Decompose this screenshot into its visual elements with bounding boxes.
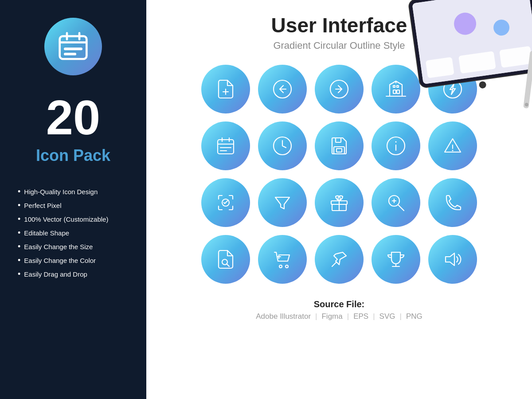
file-search-icon [214,248,237,271]
icon-pack-label: Icon Pack [36,146,110,165]
source-item-illustrator: Adobe Illustrator [256,312,311,321]
separator-2: | [347,312,349,321]
separator-1: | [315,312,317,321]
separator-4: | [399,312,401,321]
feature-item: High-Quality Icon Design [18,187,133,196]
svg-rect-36 [334,147,344,154]
separator-3: | [373,312,375,321]
pin-icon-circle [315,235,364,284]
feature-item: Perfect Pixel [18,201,133,210]
svg-point-55 [279,265,282,268]
main-content: User Interface Gradient Circular Outline… [146,0,532,399]
source-item-eps: EPS [353,312,368,321]
svg-point-40 [395,141,397,143]
source-item-svg: SVG [379,312,395,321]
face-scan-icon [214,191,237,214]
search-zoom-icon [384,191,407,214]
cart-add-icon [271,248,294,271]
svg-line-54 [227,264,230,267]
features-list: High-Quality Icon DesignPerfect Pixel100… [13,187,133,283]
warning-icon [441,134,464,157]
arrow-right-icon-circle [315,65,364,113]
svg-rect-35 [336,138,341,142]
calendar-icon [58,31,89,62]
save-icon-circle [315,121,364,170]
arrow-left-icon-circle [258,65,307,113]
filter-icon-circle [258,178,307,227]
sidebar: 20 Icon Pack High-Quality Icon DesignPer… [0,0,146,399]
svg-rect-4 [64,47,82,50]
file-search-icon-circle [201,235,250,284]
arrow-left-icon [271,78,294,101]
feature-item: Easily Change the Size [18,242,133,251]
svg-point-14 [479,81,487,89]
trophy-icon-circle [372,235,420,284]
source-section: Source File: Adobe Illustrator | Figma |… [256,299,422,321]
icon-count: 20 [46,93,100,142]
filter-icon [271,191,294,214]
volume-icon-circle [428,235,477,284]
source-item-png: PNG [406,312,422,321]
sidebar-logo [44,18,102,75]
trophy-icon [384,248,407,271]
source-items: Adobe Illustrator | Figma | EPS | SVG | … [256,312,422,321]
clock-icon [271,134,294,157]
volume-icon [441,248,464,271]
feature-item: Easily Change the Color [18,256,133,265]
calendar-list-icon-circle [201,121,250,170]
svg-line-50 [398,205,404,211]
phone-icon [441,191,464,214]
file-add-icon [214,78,237,101]
clock-icon-circle [258,121,307,170]
svg-point-42 [452,150,454,151]
gift-icon [328,191,351,214]
svg-rect-28 [218,140,234,154]
tablet-decoration [381,0,532,140]
calendar-list-icon [214,134,237,157]
feature-item: 100% Vector (Customizable) [18,215,133,224]
svg-point-56 [286,265,288,268]
arrow-right-icon [328,78,351,101]
feature-item: Easily Drag and Drop [18,270,133,279]
svg-rect-5 [64,53,76,55]
face-scan-icon-circle [201,178,250,227]
svg-line-45 [225,201,227,203]
phone-icon-circle [428,178,477,227]
file-add-icon-circle [201,65,250,113]
svg-marker-62 [446,253,454,266]
svg-line-59 [332,262,336,266]
svg-rect-0 [60,36,87,59]
save-icon [328,134,351,157]
pin-icon [328,248,351,271]
source-title: Source File: [256,299,422,309]
svg-rect-37 [336,149,342,152]
feature-item: Editable Shape [18,228,133,238]
gift-icon-circle [315,178,364,227]
source-item-figma: Figma [321,312,342,321]
search-zoom-icon-circle [372,178,420,227]
svg-rect-11 [426,57,454,78]
cart-add-icon-circle [258,235,307,284]
